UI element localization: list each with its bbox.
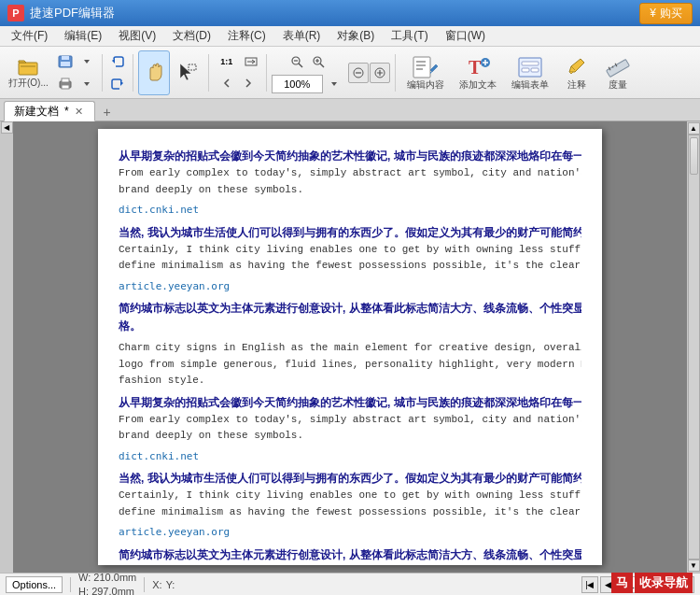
tab-close-button[interactable]: ✕ (75, 106, 83, 118)
prev-page-icon (220, 78, 233, 89)
save-icon (58, 55, 73, 68)
print-button[interactable] (55, 74, 76, 94)
redo-icon (110, 78, 125, 91)
doc-line-url: dict.cnki.net (119, 449, 581, 465)
menu-object[interactable]: 对象(B) (329, 26, 382, 46)
open-label: 打开(O)... (8, 78, 49, 89)
edit-form-button[interactable]: 编辑表单 (505, 50, 555, 95)
buy-label: 购买 (660, 6, 682, 21)
dropdown-icon2 (83, 80, 91, 88)
zoom-dropdown-button[interactable] (324, 74, 344, 94)
menu-window[interactable]: 窗口(W) (438, 26, 493, 46)
annotate-icon (564, 55, 590, 79)
svg-rect-5 (62, 78, 69, 82)
buy-button[interactable]: ¥ 购买 (639, 3, 693, 24)
status-bar: Options... W: 210.0mm H: 297.0mm X: Y: |… (0, 573, 700, 595)
doc-line: logo from simple generous, fluid lines, … (119, 357, 581, 373)
zoom-out-button[interactable] (287, 51, 307, 72)
scrollbar-right: ▲ ▼ (687, 121, 700, 573)
title-bar-right: ¥ 购买 (639, 3, 693, 24)
doc-line: 从早期复杂的招贴式会徽到今天简约抽象的艺术性徽记, 城市与民族的痕迹都深深地烙印… (119, 394, 581, 411)
doc-line: From early complex to today's, simply ab… (119, 165, 581, 181)
doc-line-url: article.yeeyan.org (119, 525, 581, 541)
doc-section-1: 从早期复杂的招贴式会徽到今天简约抽象的艺术性徽记, 城市与民族的痕迹都深深地烙印… (119, 148, 581, 197)
status-sep1 (70, 577, 71, 592)
options-button[interactable]: Options... (6, 576, 63, 593)
zoom-minus-btn[interactable] (348, 63, 369, 83)
menu-doc[interactable]: 文档(D) (165, 26, 218, 46)
doc-line: brand deeply on these symbols. (119, 182, 581, 198)
annotate-label: 注释 (567, 79, 586, 91)
zoom-dropdown-icon (330, 80, 338, 88)
doc-line: Certainly, I think city living enables o… (119, 488, 581, 503)
menu-annotate[interactable]: 注释(C) (220, 26, 273, 46)
undo-icon (110, 55, 125, 68)
open-button[interactable]: 打开(O)... (4, 50, 53, 95)
edit-form-label: 编辑表单 (511, 79, 549, 91)
edit-content-button[interactable]: 编辑内容 (400, 50, 451, 95)
select-tool-button[interactable] (172, 50, 203, 95)
left-panel: ◀ (0, 121, 13, 573)
doc-line: 当然, 我认为城市生活使人们可以得到与拥有的东西少了。假如定义为其有最少的财产可… (119, 224, 581, 241)
sep1 (102, 54, 103, 92)
save-button[interactable] (55, 51, 76, 72)
svg-rect-19 (531, 68, 539, 72)
scrollbar-thumb[interactable] (690, 137, 698, 175)
doc-section-7: 简约城市标志以英文为主体元素进行创意设计, 从整体看此标志简洁大方、线条流畅、个… (119, 546, 581, 566)
scroll-down-button[interactable]: ▼ (688, 560, 700, 572)
hand-tool-button[interactable] (138, 50, 170, 95)
scroll-up-button[interactable]: ▲ (688, 122, 700, 135)
zoom-plus-btn[interactable] (370, 63, 390, 83)
minus-icon (353, 67, 364, 78)
svg-rect-6 (62, 85, 69, 89)
save-dropdown-button[interactable] (77, 51, 97, 72)
doc-line: From early complex to today's, simply ab… (119, 412, 581, 428)
annotate-button[interactable]: 注释 (557, 50, 596, 95)
doc-section-5: 从早期复杂的招贴式会徽到今天简约抽象的艺术性徽记, 城市与民族的痕迹都深深地烙印… (119, 394, 581, 444)
doc-line: 当然, 我认为城市生活使人们可以得到与拥有的东西少了。假如定义为其有最少的财产可… (119, 470, 581, 487)
add-tab-button[interactable]: + (99, 104, 116, 120)
prev-page-btn[interactable] (217, 73, 237, 93)
doc-section-3: 简约城市标志以英文为主体元素进行创意设计, 从整体看此标志简洁大方、线条流畅、个… (119, 300, 581, 334)
yen-icon: ¥ (650, 7, 656, 20)
hand-icon (143, 62, 165, 82)
fit-width-button[interactable] (241, 51, 261, 72)
doc-section-2: 当然, 我认为城市生活使人们可以得到与拥有的东西少了。假如定义为其有最少的财产可… (119, 224, 581, 274)
doc-tab[interactable]: 新建文档 * ✕ (4, 101, 95, 121)
menu-form[interactable]: 表单(R) (275, 26, 329, 46)
menu-file[interactable]: 文件(F) (4, 26, 55, 46)
tab-modified: * (64, 105, 69, 118)
svg-rect-16 (519, 58, 541, 77)
status-bar-wrapper: Options... W: 210.0mm H: 297.0mm X: Y: |… (0, 573, 700, 595)
sep3 (208, 54, 209, 92)
redo-button[interactable] (107, 74, 128, 94)
svg-rect-17 (522, 62, 539, 65)
menu-view[interactable]: 视图(V) (111, 26, 163, 46)
measure-label: 度量 (609, 79, 627, 91)
menu-edit[interactable]: 编辑(E) (57, 26, 109, 46)
print-dropdown-button[interactable] (77, 74, 97, 94)
next-page-btn[interactable] (238, 73, 259, 93)
zoom-in-button[interactable] (308, 51, 329, 72)
svg-rect-2 (62, 56, 69, 60)
doc-line: Certainly, I think city living enables o… (119, 242, 581, 258)
doc-line: 简约城市标志以英文为主体元素进行创意设计, 从整体看此标志简洁大方、线条流畅、个… (119, 546, 581, 563)
doc-line-url: article.yeeyan.org (119, 279, 581, 295)
first-page-button[interactable]: |◀ (581, 576, 598, 593)
menu-tools[interactable]: 工具(T) (384, 26, 435, 46)
measure-button[interactable]: 度量 (598, 50, 637, 95)
scroll-left-button[interactable]: ◀ (1, 121, 13, 134)
print-icon (58, 78, 73, 91)
edit-content-label: 编辑内容 (407, 79, 444, 91)
width-label: W: 210.0mm (78, 571, 136, 584)
undo-button[interactable] (107, 51, 128, 72)
status-sep2 (144, 577, 145, 592)
add-text-button[interactable]: T 添加文本 (453, 50, 503, 95)
scrollbar-track[interactable] (688, 135, 700, 560)
doc-line-url: dict.cnki.net (119, 203, 581, 219)
edit-form-icon (517, 55, 543, 79)
svg-rect-0 (19, 63, 37, 75)
zoom-input[interactable] (272, 75, 323, 93)
fit-width-icon (245, 56, 258, 67)
fit-page-button[interactable]: 1:1 (214, 51, 240, 72)
